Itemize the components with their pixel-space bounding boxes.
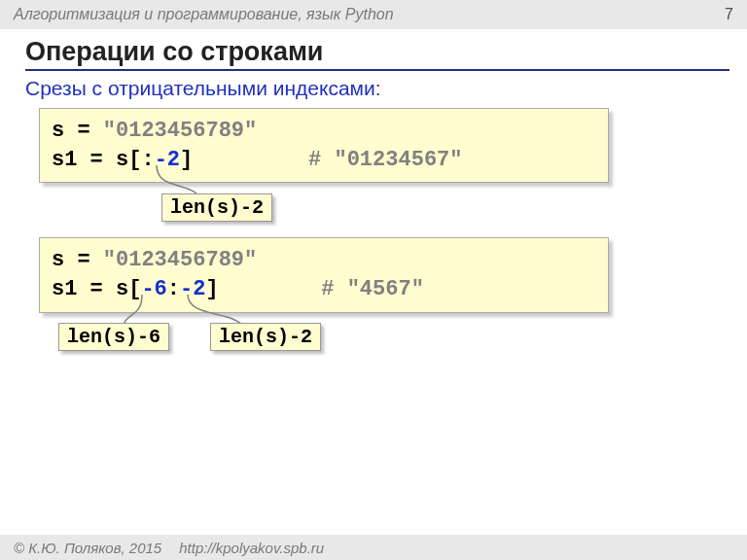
- example-1: s = "0123456789" s1 = s[:-2] # "01234567…: [25, 108, 729, 183]
- annotation-box: len(s)-2: [210, 323, 321, 351]
- code-text: ]: [205, 277, 218, 301]
- page-number: 7: [725, 6, 733, 23]
- code-block-1: s = "0123456789" s1 = s[:-2] # "01234567…: [39, 108, 609, 183]
- code-pad: [219, 277, 322, 301]
- footer: © К.Ю. Поляков, 2015 http://kpolyakov.sp…: [0, 535, 747, 560]
- code-pad: [193, 148, 308, 172]
- code-text: s1 = s[: [52, 277, 141, 301]
- code-text: s1 = s[:: [52, 148, 155, 172]
- slide-content: Операции со строками Срезы с отрицательн…: [0, 29, 747, 313]
- annotation-text: len(s)-2: [170, 196, 264, 219]
- annotation-box: len(s)-2: [161, 193, 272, 222]
- annotation-box: len(s)-6: [58, 323, 169, 351]
- subtitle: Срезы с отрицательными индексами:: [25, 77, 729, 100]
- code-text: :: [167, 277, 180, 301]
- code-string: "0123456789": [103, 119, 257, 143]
- page-title: Операции со строками: [25, 37, 729, 71]
- example-2: s = "0123456789" s1 = s[-6:-2] # "4567" …: [25, 237, 729, 312]
- course-label: Алгоритмизация и программирование, язык …: [14, 6, 394, 23]
- code-line: s = "0123456789": [52, 246, 596, 275]
- annotation-text: len(s)-2: [219, 326, 312, 348]
- code-line: s1 = s[-6:-2] # "4567": [52, 275, 596, 304]
- code-num: -2: [180, 277, 205, 301]
- copyright: © К.Ю. Поляков, 2015: [14, 540, 161, 556]
- code-num: -2: [155, 148, 180, 172]
- code-line: s = "0123456789": [52, 117, 596, 146]
- code-comment: # "4567": [321, 277, 424, 301]
- code-comment: # "01234567": [308, 148, 462, 172]
- top-banner: Алгоритмизация и программирование, язык …: [0, 0, 747, 29]
- code-block-2: s = "0123456789" s1 = s[-6:-2] # "4567": [39, 237, 609, 312]
- code-text: s =: [52, 119, 103, 143]
- code-text: s =: [52, 248, 103, 272]
- code-num: -6: [141, 277, 166, 301]
- code-text: ]: [180, 148, 193, 172]
- footer-url: http://kpolyakov.spb.ru: [179, 540, 324, 556]
- code-string: "0123456789": [103, 248, 257, 272]
- annotation-text: len(s)-6: [67, 326, 160, 348]
- code-line: s1 = s[:-2] # "01234567": [52, 146, 596, 175]
